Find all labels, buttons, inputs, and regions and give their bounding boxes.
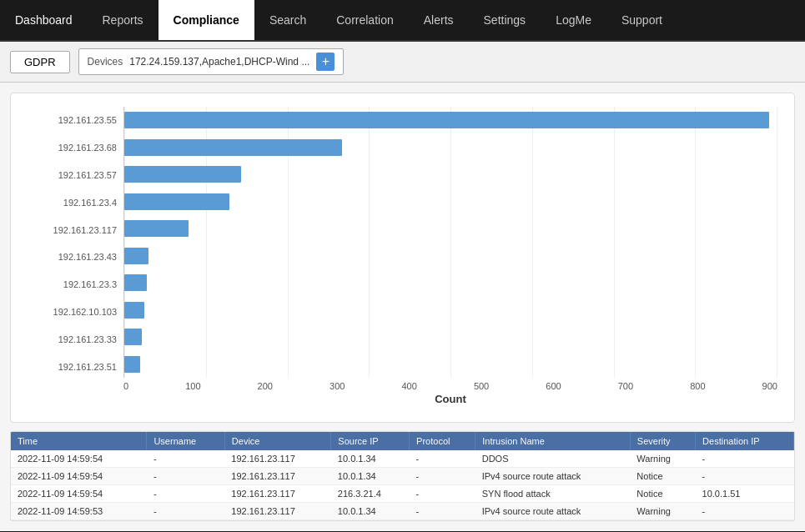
bars-container — [123, 107, 777, 378]
table-cell: Notice — [630, 468, 695, 485]
bar-row — [124, 107, 777, 134]
nav-item-dashboard[interactable]: Dashboard — [0, 0, 88, 40]
bar-row — [124, 297, 777, 324]
table-cell: 2022-11-09 14:59:54 — [11, 485, 147, 503]
bar — [124, 193, 229, 210]
y-label: 192.161.23.3 — [28, 279, 123, 289]
table-row: 2022-11-09 14:59:54-192.161.23.11710.0.1… — [11, 450, 794, 468]
x-axis-title: Count — [123, 393, 777, 405]
bar-row — [124, 269, 777, 297]
bar — [124, 220, 189, 237]
table-cell: - — [410, 503, 475, 520]
table-cell: 10.0.1.34 — [331, 468, 410, 485]
bar — [124, 166, 241, 183]
x-axis-label: 800 — [690, 381, 705, 391]
table-header: Source IP — [331, 432, 410, 450]
x-axis-label: 300 — [330, 381, 345, 391]
table-cell: - — [410, 468, 475, 485]
nav-item-support[interactable]: Support — [606, 0, 677, 40]
table-cell: 10.0.1.34 — [331, 450, 410, 468]
nav-item-alerts[interactable]: Alerts — [409, 0, 469, 40]
y-label: 192.161.23.57 — [28, 170, 123, 180]
bar — [124, 302, 144, 319]
table-cell: DDOS — [475, 450, 631, 468]
table-cell: - — [410, 450, 475, 468]
table-cell: - — [147, 450, 224, 468]
y-label: 192.161.23.4 — [28, 198, 123, 208]
nav-item-correlation[interactable]: Correlation — [321, 0, 408, 40]
table-row: 2022-11-09 14:59:53-192.161.23.11710.0.1… — [11, 503, 794, 520]
bar — [124, 139, 342, 156]
devices-label: Devices — [88, 56, 123, 68]
gdpr-button[interactable]: GDPR — [10, 51, 70, 73]
chart-body: 0100200300400500600700800900 Count — [123, 107, 777, 405]
x-axis-label: 100 — [185, 381, 200, 391]
x-axis-label: 400 — [401, 381, 416, 391]
table-cell: - — [147, 468, 224, 485]
x-axis-label: 700 — [618, 381, 633, 391]
x-axis-label: 200 — [258, 381, 273, 391]
bar-row — [124, 161, 777, 188]
y-label: 192.161.23.68 — [28, 143, 123, 153]
table-cell: - — [147, 485, 224, 503]
table-cell: - — [696, 503, 794, 520]
table-cell: 192.161.23.117 — [224, 485, 331, 503]
y-label: 192.161.23.33 — [28, 334, 123, 344]
table-header: Intrusion Name — [475, 432, 631, 450]
nav-item-search[interactable]: Search — [254, 0, 321, 40]
bar — [124, 329, 142, 345]
bar — [124, 112, 769, 128]
table-cell: 2022-11-09 14:59:54 — [11, 450, 147, 468]
x-axis-label: 600 — [546, 381, 561, 391]
nav-item-logme[interactable]: LogMe — [541, 0, 606, 40]
x-axis-label: 900 — [762, 381, 777, 391]
table-cell: - — [696, 450, 794, 468]
table-cell: Warning — [630, 450, 695, 468]
bar — [124, 248, 148, 264]
table-header: Protocol — [410, 432, 475, 450]
bar-row — [124, 243, 777, 270]
table-cell: 2022-11-09 14:59:53 — [11, 503, 147, 520]
table-cell: 2022-11-09 14:59:54 — [11, 468, 147, 485]
table-cell: 10.0.1.34 — [331, 503, 410, 520]
x-axis-label: 500 — [474, 381, 489, 391]
table-cell: 192.161.23.117 — [224, 468, 331, 485]
table-cell: 192.161.23.117 — [224, 450, 331, 468]
table-cell: SYN flood attack — [475, 485, 631, 503]
bar — [124, 356, 140, 373]
table-header: Severity — [630, 432, 695, 450]
y-label: 192.161.23.117 — [28, 225, 123, 235]
chart-card: 192.161.23.55192.161.23.68192.161.23.571… — [10, 93, 795, 423]
x-axis-label: 0 — [123, 381, 128, 391]
table-row: 2022-11-09 14:59:54-192.161.23.11710.0.1… — [11, 468, 794, 485]
y-label: 192.161.23.51 — [28, 362, 123, 372]
table-header: Username — [147, 432, 224, 450]
bar — [124, 274, 147, 291]
table-cell: IPv4 source route attack — [475, 468, 631, 485]
nav-item-reports[interactable]: Reports — [88, 0, 158, 40]
table-cell: 192.161.23.117 — [224, 503, 331, 520]
add-device-button[interactable]: + — [316, 53, 335, 71]
table-header: Device — [224, 432, 331, 450]
nav-bar: DashboardReportsComplianceSearchCorrelat… — [0, 0, 805, 42]
bar-row — [124, 351, 777, 379]
table-section: TimeUsernameDeviceSource IPProtocolIntru… — [10, 431, 795, 521]
table-cell: - — [696, 468, 794, 485]
table-cell: - — [147, 503, 224, 520]
table-cell: - — [410, 485, 475, 503]
main-content: 192.161.23.55192.161.23.68192.161.23.571… — [0, 83, 805, 531]
y-label: 192.162.10.103 — [28, 307, 123, 317]
table-row: 2022-11-09 14:59:54-192.161.23.117216.3.… — [11, 485, 794, 503]
table-cell: 10.0.1.51 — [696, 485, 794, 503]
table-cell: Warning — [630, 503, 695, 520]
bar-row — [124, 324, 777, 351]
table-header: Time — [11, 432, 147, 450]
bar-row — [124, 215, 777, 243]
nav-item-compliance[interactable]: Compliance — [158, 0, 254, 40]
bar-row — [124, 188, 777, 216]
devices-box: Devices 172.24.159.137,Apache1,DHCP-Wind… — [78, 48, 345, 75]
nav-item-settings[interactable]: Settings — [469, 0, 541, 40]
table-header: Destination IP — [696, 432, 794, 450]
toolbar: GDPR Devices 172.24.159.137,Apache1,DHCP… — [0, 42, 805, 83]
y-label: 192.161.23.55 — [28, 115, 123, 125]
